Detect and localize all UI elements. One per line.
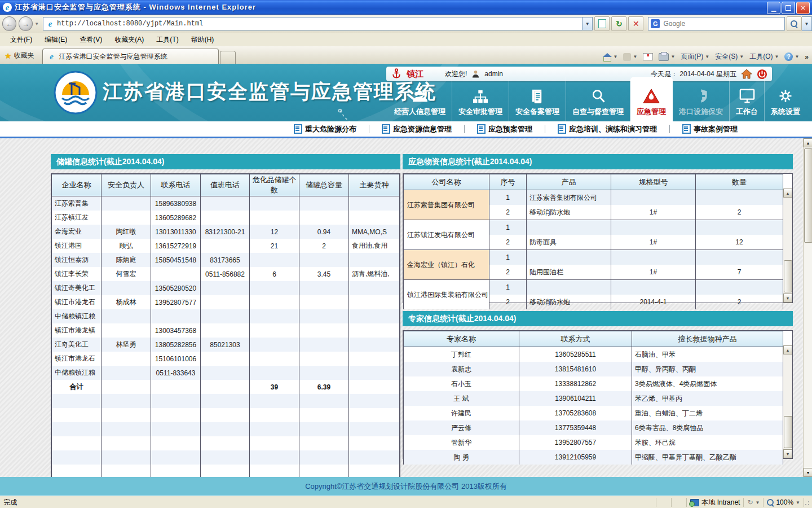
- feeds-button[interactable]: ▼: [623, 53, 637, 61]
- table-row[interactable]: 许建民13705283608重油、白蜡油、丁二烯: [404, 406, 783, 421]
- protected-mode-button[interactable]: ↻▼: [744, 498, 764, 507]
- table-row[interactable]: 严云修137753594486类毒害品、8类腐蚀品: [404, 421, 783, 435]
- forward-button[interactable]: →: [19, 16, 33, 31]
- refresh-button[interactable]: ↻: [611, 16, 626, 31]
- browser-tab[interactable]: e 江苏省港口安全监管与应急管理系统: [42, 49, 219, 64]
- page-scrollbar[interactable]: ▲ ▼: [803, 138, 812, 477]
- table-row[interactable]: 镇江市港龙石杨成林13952807577: [52, 295, 400, 309]
- company-cell[interactable]: 江苏索普集团有限公司: [404, 190, 489, 220]
- scroll-up-arrow[interactable]: ▲: [783, 345, 792, 354]
- search-button[interactable]: [787, 16, 802, 31]
- nav-label: 自查与督查管理: [572, 107, 624, 117]
- minimize-button[interactable]: ▁: [767, 2, 780, 14]
- nav-item-4[interactable]: 自查与督查管理: [566, 77, 630, 121]
- cell: [102, 352, 151, 366]
- nav-label: 安全审批管理: [458, 107, 502, 117]
- menu-item[interactable]: 工具(T): [151, 33, 184, 46]
- experts-scrollbar[interactable]: ▲ ▼: [783, 345, 792, 458]
- resize-grip[interactable]: [804, 496, 812, 508]
- new-tab-button[interactable]: [220, 51, 236, 64]
- table-row[interactable]: 江苏索普集团有限公司1江苏索普集团有限公司: [404, 190, 783, 205]
- favorites-button[interactable]: ★ 收藏夹: [0, 48, 40, 64]
- restore-button[interactable]: [782, 2, 795, 14]
- overflow-chevron[interactable]: »: [805, 53, 809, 61]
- submenu-item[interactable]: 应急资源信息管理: [369, 124, 464, 134]
- submenu-item[interactable]: 事故案例管理: [670, 124, 750, 134]
- search-box[interactable]: G: [648, 17, 784, 30]
- nav-item-7[interactable]: 工作台: [730, 77, 765, 121]
- menu-item[interactable]: 帮助(H): [186, 33, 220, 46]
- table-row[interactable]: 石小玉133388128623类易燃液体、4类易燃固体: [404, 376, 783, 391]
- table-row[interactable]: 镇江港国际集装箱有限公司1: [404, 280, 783, 295]
- scroll-thumb[interactable]: [784, 416, 792, 448]
- cell: 13906104211: [519, 391, 632, 406]
- search-input[interactable]: [662, 19, 784, 28]
- company-cell[interactable]: 江苏镇江发电有限公司: [404, 220, 489, 250]
- table-row[interactable]: 丁邦红13605285511石脑油、甲苯: [404, 347, 783, 362]
- menu-item[interactable]: 收藏夹(A): [109, 33, 149, 46]
- nav-item-6[interactable]: 港口设施保安: [673, 77, 730, 121]
- address-dropdown[interactable]: ▼: [582, 17, 593, 30]
- home-button[interactable]: ▼: [603, 53, 618, 61]
- table-row[interactable]: 江苏镇江发电有限公司1: [404, 220, 783, 235]
- cell: 13775359448: [519, 421, 632, 435]
- table-row[interactable]: 中储粮镇江粮0511-833643: [52, 366, 400, 380]
- menu-item[interactable]: 编辑(E): [39, 33, 73, 46]
- history-dropdown[interactable]: ▼: [34, 21, 39, 27]
- nav-item-2[interactable]: 安全审批管理: [452, 77, 509, 121]
- table-row[interactable]: 袁新忠13815481610甲醇、异丙醇、丙酮: [404, 362, 783, 376]
- column-header: 联系方式: [519, 331, 632, 347]
- menu-item[interactable]: 文件(F): [5, 33, 38, 46]
- nav-item-5[interactable]: 应急管理: [630, 77, 673, 121]
- scroll-down-arrow[interactable]: ▼: [783, 449, 792, 458]
- table-row[interactable]: 江苏索普集15896380938: [52, 196, 400, 211]
- table-row[interactable]: 王 斌13906104211苯乙烯、甲基丙: [404, 391, 783, 406]
- submenu-item[interactable]: 应急预案管理: [465, 124, 545, 134]
- page-menu[interactable]: 页面(P)▼: [681, 52, 709, 62]
- tools-menu[interactable]: 工具(O)▼: [749, 52, 779, 62]
- table-row[interactable]: 镇江恒泰沥陈炳庭1585045154883173665: [52, 253, 400, 267]
- table-row[interactable]: 江奇美化工林坚勇1380528285685021303: [52, 338, 400, 352]
- address-input[interactable]: e http://localhost:8080/yjpt/Main.html: [43, 17, 582, 30]
- table-row[interactable]: 镇江港国顾弘13615272919212食用油,食用: [52, 239, 400, 253]
- table-row[interactable]: 镇江奇美化工13505280520: [52, 281, 400, 295]
- close-button[interactable]: ✕: [796, 2, 810, 14]
- scroll-thumb[interactable]: [804, 148, 812, 243]
- cell: [527, 250, 611, 265]
- supplies-scrollbar[interactable]: ▲ ▼: [783, 189, 792, 303]
- scroll-up-arrow[interactable]: ▲: [783, 189, 792, 198]
- scroll-up-arrow[interactable]: ▲: [804, 138, 812, 147]
- table-row[interactable]: 金海宏业（镇江）石化1: [404, 250, 783, 265]
- table-row[interactable]: 江苏镇江发13605289682: [52, 211, 400, 225]
- table-row[interactable]: 中储粮镇江粮: [52, 309, 400, 323]
- table-row[interactable]: 镇江李长荣何雪宏0511-85688263.45沥青,燃料油,: [52, 267, 400, 281]
- print-button[interactable]: ▼: [659, 53, 675, 61]
- menu-item[interactable]: 查看(V): [74, 33, 108, 46]
- scroll-thumb[interactable]: [784, 260, 792, 292]
- table-row[interactable]: 陶 勇13912105959甲缩醛、甲基异丁基酮、乙酸乙酯: [404, 450, 783, 465]
- back-button[interactable]: ←: [2, 16, 16, 31]
- company-cell[interactable]: 镇江港国际集装箱有限公司: [404, 280, 489, 310]
- stop-button[interactable]: ✕: [628, 16, 643, 31]
- tank-table: 企业名称安全负责人联系电话值班电话危化品储罐个数储罐总容量主要货种江苏索普集15…: [51, 174, 400, 493]
- scroll-down-arrow[interactable]: ▼: [804, 468, 812, 477]
- compatibility-view-button[interactable]: [594, 16, 610, 31]
- table-row[interactable]: 管新华13952807557苯胺、环己烷: [404, 435, 783, 450]
- safety-menu[interactable]: 安全(S)▼: [715, 52, 744, 62]
- zoom-control[interactable]: 100%▼: [764, 498, 804, 507]
- company-cell[interactable]: 金海宏业（镇江）石化: [404, 250, 489, 280]
- search-options-dropdown[interactable]: ▼: [802, 16, 812, 31]
- help-button[interactable]: ?▼: [784, 52, 799, 61]
- table-row[interactable]: 镇江市港龙石15106101006: [52, 352, 400, 366]
- table-row[interactable]: 金海宏业陶红暾1301301133083121300-21120.94MMA,M…: [52, 225, 400, 239]
- nav-item-3[interactable]: 安全备案管理: [509, 77, 566, 121]
- submenu-item[interactable]: 重大危险源分布: [281, 124, 369, 134]
- mail-button[interactable]: [643, 53, 653, 60]
- nav-item-8[interactable]: 系统设置: [765, 77, 806, 121]
- table-row[interactable]: 镇江市港龙镇13003457368: [52, 323, 400, 338]
- submenu-item[interactable]: 应急培训、演练和演习管理: [545, 124, 669, 134]
- nav-item-1[interactable]: 经营人信息管理: [388, 77, 452, 121]
- doc-icon: [558, 124, 566, 134]
- scroll-down-arrow[interactable]: ▼: [783, 294, 792, 303]
- cell: 移动消防水炮: [527, 295, 611, 309]
